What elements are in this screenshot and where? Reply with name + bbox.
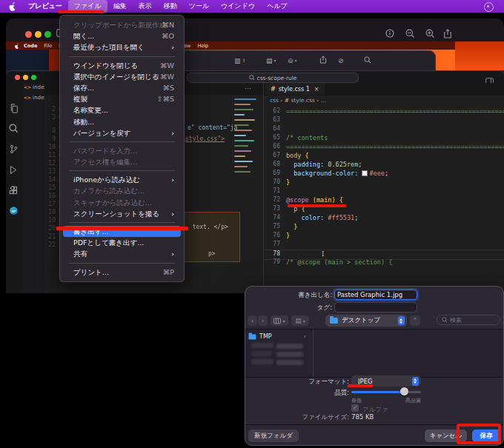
file-menu-item[interactable]: スキャナから読み込む... [63, 197, 181, 208]
file-menu-item[interactable]: パスワードを入力... [63, 145, 181, 156]
file-menu-item[interactable]: 最近使った項目を開く› [63, 41, 181, 53]
file-menu-item[interactable]: 移動... [63, 116, 181, 127]
file-menu-item[interactable]: 複製⇧⌘S [63, 93, 181, 104]
line-number: 63 [264, 116, 280, 123]
export-name-input[interactable] [334, 290, 417, 300]
extensions-icon[interactable] [9, 184, 19, 198]
submenu-arrow-icon: › [171, 41, 174, 53]
menu-bar-item[interactable]: 移動 [158, 0, 183, 13]
share-icon[interactable] [443, 29, 452, 39]
file-menu-item[interactable]: クリップボードから新規作成⌘N [63, 19, 181, 30]
code-area: 62======================================… [264, 106, 504, 293]
code-line: 67body { [264, 152, 504, 161]
explorer-icon[interactable] [9, 102, 19, 116]
menu-bar-item[interactable]: 表示 [133, 0, 158, 13]
group-view-button[interactable]: ▤ ▾ [291, 315, 309, 326]
minimap-bar [234, 166, 248, 167]
menu-separator [69, 141, 175, 142]
minimize-button[interactable] [35, 31, 42, 38]
file-browser: TMP › [245, 329, 503, 378]
line-number: 21 [44, 233, 56, 240]
line-number: 77 [264, 241, 280, 247]
more-actions-icon[interactable]: ⋯ [245, 84, 251, 92]
css-file-icon: # [285, 97, 289, 104]
minimap[interactable] [234, 97, 261, 180]
folder-icon [249, 334, 256, 339]
redacted-row [276, 344, 303, 349]
menu-bar-item[interactable]: ツール [183, 0, 215, 13]
minimap-bar [234, 171, 251, 173]
edge-browser-icon[interactable] [9, 204, 19, 218]
explorer-file-item[interactable]: <>index.html [24, 95, 44, 101]
check-icon: ✓ [353, 404, 358, 411]
quality-slider-fill [351, 391, 405, 393]
menu-extras-icon[interactable] [484, 2, 494, 12]
quality-slider-knob[interactable] [400, 387, 408, 395]
back-button[interactable]: ‹ [248, 315, 257, 326]
explorer-file-item[interactable]: <>index.html [24, 84, 44, 90]
alpha-checkbox[interactable]: ✓ [351, 404, 359, 412]
menu-separator [69, 56, 175, 57]
color-swatch [362, 170, 368, 176]
file-menu-item[interactable]: 選択中のイメージを閉じる⇧⌘W [63, 71, 181, 82]
editor-tabbar: # style.css 1 × [264, 83, 504, 96]
submenu-arrow-icon: › [171, 248, 174, 259]
run-debug-icon[interactable] [9, 164, 19, 178]
image-menu-item: Help [197, 43, 208, 49]
minimap-bar [234, 119, 255, 121]
columns-view-button[interactable]: ▾ [271, 315, 288, 326]
minimap-bar [234, 104, 251, 105]
source-control-icon[interactable] [9, 143, 19, 157]
file-menu-item[interactable]: カメラから読み込む... [63, 185, 181, 196]
minimap-bar [234, 156, 245, 157]
forward-button[interactable]: › [258, 315, 268, 326]
breadcrumb[interactable]: css › # style.css › … [270, 97, 326, 104]
search-value: css-scope-rule [257, 75, 297, 81]
folder-row-tmp[interactable]: TMP › [245, 332, 312, 341]
menu-bar-item[interactable]: 編集 [107, 0, 133, 13]
file-menu-item[interactable]: バージョンを戻す› [63, 127, 181, 138]
tab-style-css[interactable]: # style.css 1 × [265, 83, 325, 95]
line-number: 78 [264, 250, 280, 257]
redacted-row [251, 343, 273, 348]
code-line: 63 [264, 116, 504, 125]
menu-bar-item[interactable]: ヘルプ [261, 0, 294, 13]
format-label: フォーマット: [290, 378, 349, 387]
search-icon [442, 317, 448, 323]
menu-bar-item[interactable]: ウインドウ [215, 0, 261, 13]
new-folder-button[interactable]: 新規フォルダ [248, 429, 299, 442]
zoom-in-icon[interactable] [425, 29, 435, 39]
code-line: 68 padding: 0.625rem; [264, 161, 504, 170]
search-icon[interactable] [9, 122, 19, 136]
close-button[interactable] [25, 31, 32, 38]
folder-name: TMP [259, 333, 272, 340]
file-menu-item[interactable]: 開く...⌘O [63, 30, 181, 41]
close-tab-icon[interactable]: × [314, 86, 319, 93]
file-menu-item[interactable]: アクセス権を編集... [63, 156, 181, 167]
file-menu-item[interactable]: プリント...⌘P [63, 267, 181, 278]
tags-field[interactable] [334, 302, 417, 312]
tags-label: タグ: [290, 304, 332, 312]
file-menu-item[interactable]: PDFとして書き出す... [63, 237, 181, 248]
file-menu-item[interactable]: 名称変更... [63, 104, 181, 116]
file-menu-item[interactable]: スクリーンショットを撮る› [63, 208, 181, 219]
code-line: 76} [264, 232, 504, 241]
file-menu-item[interactable]: iPhoneから読み込む› [63, 174, 181, 185]
location-dropdown[interactable]: デスクトップ [325, 315, 407, 327]
back-icon: ‹ [251, 317, 254, 324]
quality-label: 品質: [312, 389, 349, 398]
command-search-box[interactable]: css-scope-rule [187, 73, 359, 83]
apple-logo-icon[interactable] [8, 1, 16, 11]
file-menu-item[interactable]: 保存...⌘S [63, 82, 181, 93]
code-fragment: style.css"> [185, 136, 225, 142]
search-field[interactable]: 検索 [437, 315, 500, 325]
file-menu-item[interactable]: ウインドウを閉じる⌘W [63, 60, 181, 71]
zoom-button[interactable] [44, 31, 51, 38]
line-number: 9 [44, 136, 56, 142]
collapse-button[interactable]: ⌃ [410, 315, 420, 326]
zoom-out-icon[interactable] [405, 29, 415, 39]
info-icon[interactable] [385, 29, 394, 38]
list-view-icon: ▤ [295, 317, 302, 324]
menu-separator [69, 222, 175, 223]
file-menu-item[interactable]: 共有› [63, 248, 181, 259]
